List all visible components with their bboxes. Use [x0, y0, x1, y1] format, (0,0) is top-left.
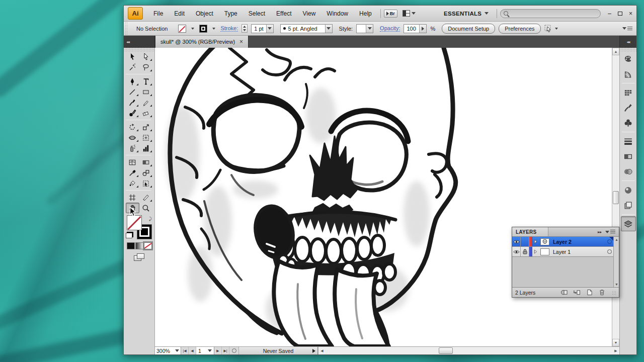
- panel-drag-handle[interactable]: [620, 48, 636, 51]
- vertical-scroll-thumb[interactable]: [613, 191, 619, 204]
- line-segment-tool[interactable]: [126, 86, 139, 97]
- stroke-color-swatch[interactable]: [199, 25, 207, 33]
- eraser-tool[interactable]: [139, 108, 153, 118]
- style-combo[interactable]: [356, 24, 373, 33]
- column-graph-tool[interactable]: [139, 143, 153, 153]
- toolbar-collapse-button[interactable]: ◂◂: [124, 36, 155, 48]
- chevron-down-icon[interactable]: [266, 25, 273, 33]
- first-artboard-button[interactable]: |◀: [181, 347, 189, 354]
- screen-mode-button[interactable]: [134, 253, 145, 261]
- layer-name[interactable]: Layer 1: [551, 247, 605, 256]
- opacity-link[interactable]: Opacity:: [380, 25, 400, 32]
- menu-window[interactable]: Window: [321, 8, 354, 20]
- tab-close-icon[interactable]: ×: [239, 38, 243, 45]
- appearance-panel-button[interactable]: [621, 183, 636, 198]
- pencil-tool[interactable]: [139, 97, 153, 108]
- menu-file[interactable]: File: [148, 8, 169, 20]
- gradient-button[interactable]: [135, 242, 143, 249]
- document-setup-button[interactable]: Document Setup: [442, 24, 495, 34]
- chevron-down-icon[interactable]: [325, 25, 332, 33]
- chevron-down-icon[interactable]: [553, 25, 559, 33]
- menu-help[interactable]: Help: [354, 8, 377, 20]
- save-status-box[interactable]: Never Saved: [238, 347, 318, 354]
- type-tool[interactable]: [139, 76, 153, 86]
- layer-lock-toggle[interactable]: [521, 237, 529, 246]
- artboard-canvas[interactable]: [155, 48, 612, 346]
- zoom-level-combo[interactable]: 300%: [155, 347, 181, 354]
- artboard-tool[interactable]: [126, 192, 139, 203]
- layer-visibility-toggle[interactable]: [512, 237, 521, 246]
- gradient-tool[interactable]: [139, 157, 153, 167]
- blend-tool[interactable]: [139, 167, 153, 178]
- scroll-up-arrow[interactable]: ▲: [612, 48, 619, 55]
- fill-dropdown[interactable]: [190, 25, 196, 33]
- maximize-button[interactable]: [618, 12, 622, 16]
- horizontal-scrollbar[interactable]: ◀ ▶: [318, 347, 619, 354]
- vertical-scrollbar[interactable]: ▲ ▼: [612, 48, 619, 346]
- zoom-tool[interactable]: [139, 203, 153, 213]
- stroke-dropdown[interactable]: [211, 25, 217, 33]
- new-sublayer-button[interactable]: [573, 289, 581, 296]
- make-clipping-mask-button[interactable]: [560, 289, 568, 296]
- width-tool[interactable]: [126, 132, 139, 143]
- panel-resize-grip[interactable]: [612, 291, 616, 295]
- previous-artboard-button[interactable]: ◀: [189, 347, 196, 354]
- live-paint-bucket-tool[interactable]: [126, 178, 139, 189]
- layers-scrollbar[interactable]: ▲ ▼: [613, 237, 619, 287]
- slice-tool[interactable]: [139, 192, 153, 203]
- brush-definition-combo[interactable]: 5 pt. Angled: [280, 24, 333, 33]
- paintbrush-tool[interactable]: [126, 97, 139, 108]
- layer-row[interactable]: Layer 2: [512, 237, 619, 247]
- horizontal-scroll-thumb[interactable]: [439, 347, 453, 354]
- free-transform-tool[interactable]: [139, 132, 153, 143]
- menu-view[interactable]: View: [297, 8, 321, 20]
- minimize-button[interactable]: –: [608, 10, 611, 17]
- menu-object[interactable]: Object: [190, 8, 219, 20]
- magic-wand-tool[interactable]: [126, 62, 139, 72]
- document-tab[interactable]: skull* @ 300% (RGB/Preview) ×: [155, 36, 249, 48]
- swatches-panel-button[interactable]: [621, 85, 636, 100]
- menu-edit[interactable]: Edit: [169, 8, 190, 20]
- none-button[interactable]: [144, 242, 152, 249]
- preferences-button[interactable]: Preferences: [499, 24, 540, 34]
- artboard-number-combo[interactable]: 1: [196, 347, 214, 354]
- panel-drag-handle[interactable]: [124, 48, 154, 51]
- symbols-panel-button[interactable]: [621, 115, 636, 130]
- scroll-up-arrow[interactable]: ▲: [615, 238, 618, 241]
- scroll-down-arrow[interactable]: ▼: [615, 283, 618, 286]
- panel-grip[interactable]: [125, 22, 127, 35]
- stroke-panel-link[interactable]: Stroke:: [220, 25, 238, 32]
- layers-tab[interactable]: LAYERS: [512, 227, 548, 236]
- layers-panel-menu-button[interactable]: [605, 230, 616, 234]
- swap-fill-stroke-button[interactable]: ⤸: [149, 216, 151, 222]
- next-artboard-button[interactable]: ▶: [214, 347, 222, 354]
- color-panel-button[interactable]: [621, 51, 636, 66]
- menu-effect[interactable]: Effect: [271, 8, 297, 20]
- stroke-weight-stepper[interactable]: [242, 24, 248, 33]
- layer-thumbnail[interactable]: [539, 237, 551, 246]
- layer-thumbnail[interactable]: [539, 247, 551, 256]
- delete-layer-button[interactable]: [598, 289, 606, 296]
- opacity-combo[interactable]: 100: [404, 24, 427, 33]
- fill-color-swatch[interactable]: [178, 25, 186, 33]
- control-panel-menu-button[interactable]: [622, 27, 633, 31]
- layer-target-icon[interactable]: [605, 247, 613, 256]
- color-guide-panel-button[interactable]: [621, 66, 636, 81]
- stroke-panel-button[interactable]: [621, 134, 636, 149]
- layer-expand-arrow-icon[interactable]: [532, 247, 539, 256]
- stroke-weight-combo[interactable]: 1 pt: [251, 24, 273, 33]
- chevron-down-icon[interactable]: [366, 25, 373, 33]
- selection-tool[interactable]: [126, 51, 139, 62]
- layer-lock-toggle[interactable]: [521, 247, 529, 256]
- live-paint-selection-tool[interactable]: [139, 178, 153, 189]
- scroll-down-arrow[interactable]: ▼: [612, 339, 619, 346]
- search-input[interactable]: [500, 9, 601, 18]
- transparency-panel-button[interactable]: [621, 164, 636, 179]
- rectangle-tool[interactable]: [139, 86, 153, 97]
- menu-type[interactable]: Type: [219, 8, 243, 20]
- scroll-left-arrow[interactable]: ◀: [318, 347, 326, 354]
- new-layer-button[interactable]: [586, 289, 593, 296]
- color-button[interactable]: [127, 242, 135, 249]
- status-menu-arrow-icon[interactable]: [312, 349, 315, 353]
- layer-row[interactable]: Layer 1: [512, 247, 619, 257]
